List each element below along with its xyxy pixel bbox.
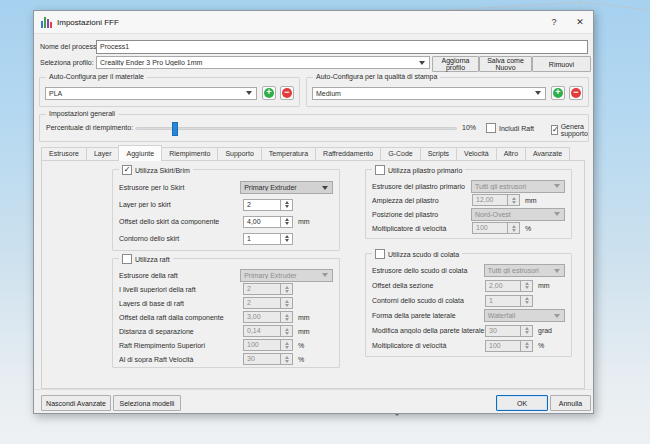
- tab-estrusore[interactable]: Estrusore: [41, 147, 87, 161]
- chevron-down-icon: [322, 273, 328, 280]
- raft-rows: Estrusore della raftPrimary ExtruderI li…: [113, 268, 339, 366]
- unit-label: mm: [525, 197, 537, 204]
- include-raft-checkbox[interactable]: Includi Raft: [486, 123, 534, 133]
- generate-support-checkbox[interactable]: ✓ Genera supporto: [551, 123, 591, 137]
- spin-down-icon: [525, 301, 529, 306]
- pillar-enable-checkbox[interactable]: Utilizza pilastro primario: [372, 165, 465, 175]
- pillar-row-label: Moltiplicatore di velocità: [372, 225, 472, 232]
- tab-temperatura[interactable]: Temperatura: [262, 147, 316, 161]
- spin-down-icon: [285, 304, 289, 309]
- skirt-spinbox-3[interactable]: 1: [243, 233, 293, 245]
- save-as-new-button[interactable]: Salva come Nuovo: [479, 56, 532, 72]
- unit-label: mm: [298, 218, 310, 225]
- skirt-spinbox-2[interactable]: 4,00: [243, 216, 293, 228]
- help-icon[interactable]: ?: [541, 12, 567, 33]
- spin-value: 0,14: [244, 326, 280, 336]
- spin-arrows: [280, 326, 292, 336]
- ok-button[interactable]: OK: [496, 395, 548, 411]
- close-icon[interactable]: ✕: [567, 12, 593, 33]
- skirt-rows: Estrusore per lo SkirtPrimary ExtruderLa…: [113, 179, 339, 247]
- tab-layer[interactable]: Layer: [87, 147, 120, 161]
- tab-supporto[interactable]: Supporto: [218, 147, 261, 161]
- raft-spinbox-4: 0,14: [243, 325, 293, 337]
- raft-spinbox-1: 2: [243, 283, 293, 295]
- spin-up-icon: [285, 340, 289, 345]
- remove-material-button[interactable]: −: [280, 86, 294, 100]
- tab-avanzate[interactable]: Avanzate: [526, 147, 570, 161]
- spin-down-icon: [525, 331, 529, 336]
- infill-slider-handle[interactable]: [172, 122, 178, 136]
- raft-row: Raft Riempimento Superiori100%: [113, 338, 339, 352]
- checkbox-box: [375, 165, 385, 175]
- infill-label: Percentuale di riempimento:: [46, 124, 133, 131]
- spin-down-icon: [285, 205, 289, 210]
- update-profile-button[interactable]: Aggiorna profilo: [432, 56, 479, 72]
- unit-label: %: [298, 356, 304, 363]
- spin-up-icon: [285, 312, 289, 317]
- cancel-button[interactable]: Annulla: [550, 395, 591, 411]
- title-bar[interactable]: Impostazioni FFF ? ✕: [34, 11, 593, 34]
- tab-g-code[interactable]: G-Code: [381, 147, 421, 161]
- raft-spinbox-2: 2: [243, 297, 293, 309]
- tab-riempimento[interactable]: Riempimento: [162, 147, 218, 161]
- combo-value: Tutti gli estrusori: [485, 267, 552, 274]
- shield-row-label: Forma della parete laterale: [372, 312, 484, 319]
- raft-group-title: Utilizza raft: [135, 256, 170, 263]
- spin-arrows: [280, 312, 292, 322]
- spin-arrows[interactable]: [280, 217, 292, 227]
- tab-velocit-[interactable]: Velocità: [457, 147, 497, 161]
- shield-enable-checkbox[interactable]: Utilizza scudo di colata: [372, 249, 462, 259]
- skirt-spinbox-1[interactable]: 2: [243, 199, 293, 211]
- process-name-input[interactable]: Process1: [96, 40, 588, 54]
- pillar-row-label: Ampiezza del pilastro: [372, 197, 472, 204]
- spin-down-icon: [285, 332, 289, 337]
- spin-arrows[interactable]: [280, 200, 292, 210]
- tab-panel-aggiunte: ✓Utilizza Skirt/BrimEstrusore per lo Ski…: [41, 160, 585, 389]
- spin-arrows: [520, 341, 532, 351]
- spin-arrows: [280, 340, 292, 350]
- spin-up-icon: [285, 284, 289, 289]
- shield-row-label: Contorni dello scudo di colata: [372, 297, 485, 304]
- spin-arrows[interactable]: [280, 234, 292, 244]
- remove-profile-button[interactable]: Rimuovi: [532, 56, 591, 72]
- app-icon: [41, 17, 52, 28]
- raft-enable-checkbox[interactable]: Utilizza raft: [119, 254, 173, 264]
- minus-icon: −: [282, 88, 292, 98]
- tab-raffreddamento[interactable]: Raffreddamento: [316, 147, 381, 161]
- unit-label: mm: [298, 314, 310, 321]
- raft-row-label: Layers di base di raft: [119, 300, 243, 307]
- material-combo[interactable]: PLA: [45, 87, 257, 100]
- skirt-combo-0[interactable]: Primary Extruder: [240, 181, 333, 194]
- tab-altro[interactable]: Altro: [497, 147, 526, 161]
- skirt-row-label: Offset dello skirt da componente: [119, 218, 243, 225]
- spin-up-icon: [525, 295, 529, 300]
- hide-advanced-button[interactable]: Nascondi Avanzate: [41, 395, 111, 411]
- pillar-rows: Estrusore del pilastro primarioTutti gli…: [366, 179, 571, 235]
- raft-row-label: Estrusore della raft: [119, 272, 240, 279]
- skirt-enable-checkbox[interactable]: ✓Utilizza Skirt/Brim: [119, 165, 193, 175]
- shield-spinbox-1: 2,00: [485, 280, 533, 292]
- process-name-label: Nome del processo:: [40, 43, 102, 50]
- chevron-down-icon: [554, 184, 560, 191]
- profile-combo-value: Creality Ender 3 Pro Ugello 1mm: [97, 59, 417, 66]
- general-settings-title: Impostazioni generali: [46, 110, 118, 117]
- infill-slider[interactable]: [135, 127, 457, 130]
- add-material-button[interactable]: +: [262, 86, 276, 100]
- unit-label: %: [525, 225, 531, 232]
- chevron-down-icon: [322, 186, 328, 193]
- remove-quality-button[interactable]: −: [569, 86, 583, 100]
- add-quality-button[interactable]: +: [551, 86, 565, 100]
- select-models-button[interactable]: Seleziona modelli: [113, 395, 181, 411]
- quality-combo[interactable]: Medium: [312, 87, 546, 100]
- tab-aggiunte[interactable]: Aggiunte: [118, 145, 162, 161]
- combo-value: Primary Extruder: [241, 184, 320, 191]
- profile-combo[interactable]: Creality Ender 3 Pro Ugello 1mm: [96, 56, 430, 69]
- chevron-down-icon: [246, 91, 252, 98]
- skirt-row: Contorno dello skirt1: [113, 230, 339, 247]
- chevron-down-icon: [554, 269, 560, 276]
- chevron-down-icon: [554, 314, 560, 321]
- tab-scripts[interactable]: Scripts: [421, 147, 457, 161]
- spin-value: 4,00: [244, 217, 280, 227]
- skirt-row-label: Contorno dello skirt: [119, 235, 243, 242]
- unit-label: mm: [538, 282, 550, 289]
